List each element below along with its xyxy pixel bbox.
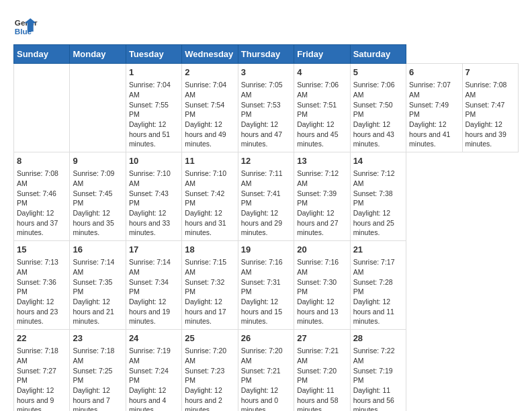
- daylight-text: Daylight: 12 hours and 43 minutes.: [353, 120, 394, 148]
- sunrise-text: Sunrise: 7:11 AM: [241, 169, 283, 187]
- calendar-cell: 19Sunrise: 7:16 AMSunset: 7:31 PMDayligh…: [238, 241, 294, 330]
- week-row-4: 22Sunrise: 7:18 AMSunset: 7:27 PMDayligh…: [14, 330, 519, 412]
- day-number: 23: [73, 332, 122, 345]
- calendar-cell: 17Sunrise: 7:14 AMSunset: 7:34 PMDayligh…: [126, 241, 181, 330]
- col-header-wednesday: Wednesday: [182, 45, 238, 64]
- daylight-text: Daylight: 12 hours and 41 minutes.: [409, 120, 450, 148]
- week-row-2: 8Sunrise: 7:08 AMSunset: 7:46 PMDaylight…: [14, 152, 519, 241]
- daylight-text: Daylight: 12 hours and 7 minutes.: [73, 386, 109, 411]
- day-number: 16: [73, 244, 122, 256]
- sunset-text: Sunset: 7:43 PM: [129, 189, 169, 208]
- col-header-thursday: Thursday: [238, 45, 294, 64]
- sunrise-text: Sunrise: 7:22 AM: [353, 347, 395, 365]
- sunset-text: Sunset: 7:34 PM: [129, 278, 169, 296]
- calendar-cell: 18Sunrise: 7:15 AMSunset: 7:32 PMDayligh…: [182, 241, 238, 330]
- calendar-cell: 2Sunrise: 7:04 AMSunset: 7:54 PMDaylight…: [182, 64, 238, 152]
- sunset-text: Sunset: 7:41 PM: [241, 189, 281, 208]
- sunrise-text: Sunrise: 7:05 AM: [241, 81, 283, 99]
- sunrise-text: Sunrise: 7:04 AM: [185, 81, 226, 99]
- day-number: 2: [185, 66, 234, 79]
- sunrise-text: Sunrise: 7:19 AM: [129, 347, 171, 365]
- col-header-friday: Friday: [294, 45, 350, 64]
- calendar-cell: [70, 64, 126, 152]
- sunset-text: Sunset: 7:32 PM: [185, 278, 224, 296]
- calendar-cell: 11Sunrise: 7:10 AMSunset: 7:42 PMDayligh…: [182, 152, 238, 241]
- day-number: 20: [297, 244, 347, 256]
- daylight-text: Daylight: 12 hours and 39 minutes.: [466, 120, 506, 148]
- sunset-text: Sunset: 7:51 PM: [297, 101, 337, 119]
- sunrise-text: Sunrise: 7:06 AM: [353, 81, 395, 99]
- day-number: 11: [185, 155, 234, 167]
- week-row-1: 1Sunrise: 7:04 AMSunset: 7:55 PMDaylight…: [14, 64, 519, 152]
- calendar-cell: 7Sunrise: 7:08 AMSunset: 7:47 PMDaylight…: [462, 64, 519, 152]
- sunrise-text: Sunrise: 7:14 AM: [73, 258, 114, 276]
- day-number: 4: [297, 66, 347, 79]
- daylight-text: Daylight: 12 hours and 31 minutes.: [185, 209, 226, 236]
- day-number: 10: [129, 155, 179, 167]
- daylight-text: Daylight: 12 hours and 2 minutes.: [185, 386, 222, 411]
- sunrise-text: Sunrise: 7:10 AM: [185, 169, 226, 187]
- day-number: 28: [353, 332, 403, 345]
- col-header-tuesday: Tuesday: [126, 45, 181, 64]
- sunset-text: Sunset: 7:28 PM: [353, 278, 393, 296]
- calendar-cell: 9Sunrise: 7:09 AMSunset: 7:45 PMDaylight…: [70, 152, 126, 241]
- daylight-text: Daylight: 12 hours and 21 minutes.: [73, 298, 114, 325]
- daylight-text: Daylight: 12 hours and 25 minutes.: [353, 209, 394, 236]
- calendar-cell: 12Sunrise: 7:11 AMSunset: 7:41 PMDayligh…: [238, 152, 294, 241]
- sunrise-text: Sunrise: 7:13 AM: [17, 258, 58, 276]
- sunrise-text: Sunrise: 7:20 AM: [185, 347, 226, 365]
- daylight-text: Daylight: 12 hours and 49 minutes.: [185, 120, 226, 148]
- sunset-text: Sunset: 7:50 PM: [353, 101, 393, 119]
- sunset-text: Sunset: 7:30 PM: [297, 278, 337, 296]
- sunrise-text: Sunrise: 7:08 AM: [466, 81, 507, 99]
- day-number: 12: [241, 155, 291, 167]
- daylight-text: Daylight: 12 hours and 13 minutes.: [297, 298, 338, 325]
- day-number: 25: [185, 332, 234, 345]
- day-number: 5: [353, 66, 403, 79]
- sunset-text: Sunset: 7:53 PM: [241, 101, 281, 119]
- daylight-text: Daylight: 12 hours and 37 minutes.: [17, 209, 58, 236]
- sunset-text: Sunset: 7:49 PM: [409, 101, 449, 119]
- day-number: 13: [297, 155, 347, 167]
- daylight-text: Daylight: 12 hours and 27 minutes.: [297, 209, 338, 236]
- sunrise-text: Sunrise: 7:16 AM: [241, 258, 283, 276]
- sunrise-text: Sunrise: 7:07 AM: [409, 81, 451, 99]
- calendar-cell: 20Sunrise: 7:16 AMSunset: 7:30 PMDayligh…: [294, 241, 350, 330]
- col-header-monday: Monday: [70, 45, 126, 64]
- calendar-cell: 5Sunrise: 7:06 AMSunset: 7:50 PMDaylight…: [350, 64, 406, 152]
- daylight-text: Daylight: 11 hours and 58 minutes.: [297, 386, 338, 411]
- day-number: 6: [409, 66, 459, 79]
- header: General Blue: [13, 13, 519, 38]
- sunrise-text: Sunrise: 7:21 AM: [297, 347, 339, 365]
- calendar-cell: 15Sunrise: 7:13 AMSunset: 7:36 PMDayligh…: [14, 241, 70, 330]
- sunset-text: Sunset: 7:45 PM: [73, 189, 112, 208]
- sunset-text: Sunset: 7:21 PM: [241, 367, 281, 385]
- calendar-cell: 14Sunrise: 7:12 AMSunset: 7:38 PMDayligh…: [350, 152, 406, 241]
- calendar-cell: [14, 64, 70, 152]
- daylight-text: Daylight: 12 hours and 33 minutes.: [129, 209, 170, 236]
- sunset-text: Sunset: 7:55 PM: [129, 101, 169, 119]
- sunset-text: Sunset: 7:42 PM: [185, 189, 224, 208]
- col-header-saturday: Saturday: [350, 45, 406, 64]
- daylight-text: Daylight: 12 hours and 9 minutes.: [17, 386, 54, 411]
- sunset-text: Sunset: 7:23 PM: [185, 367, 224, 385]
- sunrise-text: Sunrise: 7:18 AM: [17, 347, 58, 365]
- logo: General Blue: [13, 13, 38, 38]
- sunrise-text: Sunrise: 7:14 AM: [129, 258, 171, 276]
- sunset-text: Sunset: 7:31 PM: [241, 278, 281, 296]
- sunrise-text: Sunrise: 7:17 AM: [353, 258, 395, 276]
- daylight-text: Daylight: 12 hours and 35 minutes.: [73, 209, 114, 236]
- calendar-cell: 10Sunrise: 7:10 AMSunset: 7:43 PMDayligh…: [126, 152, 181, 241]
- sunrise-text: Sunrise: 7:12 AM: [353, 169, 395, 187]
- daylight-text: Daylight: 12 hours and 15 minutes.: [241, 298, 282, 325]
- header-row: SundayMondayTuesdayWednesdayThursdayFrid…: [14, 45, 519, 64]
- calendar-cell: 28Sunrise: 7:22 AMSunset: 7:19 PMDayligh…: [350, 330, 406, 412]
- col-header-sunday: Sunday: [14, 45, 70, 64]
- sunset-text: Sunset: 7:25 PM: [73, 367, 112, 385]
- sunrise-text: Sunrise: 7:18 AM: [73, 347, 114, 365]
- day-number: 24: [129, 332, 179, 345]
- sunset-text: Sunset: 7:27 PM: [17, 367, 56, 385]
- day-number: 14: [353, 155, 403, 167]
- daylight-text: Daylight: 12 hours and 23 minutes.: [17, 298, 58, 325]
- calendar-cell: 3Sunrise: 7:05 AMSunset: 7:53 PMDaylight…: [238, 64, 294, 152]
